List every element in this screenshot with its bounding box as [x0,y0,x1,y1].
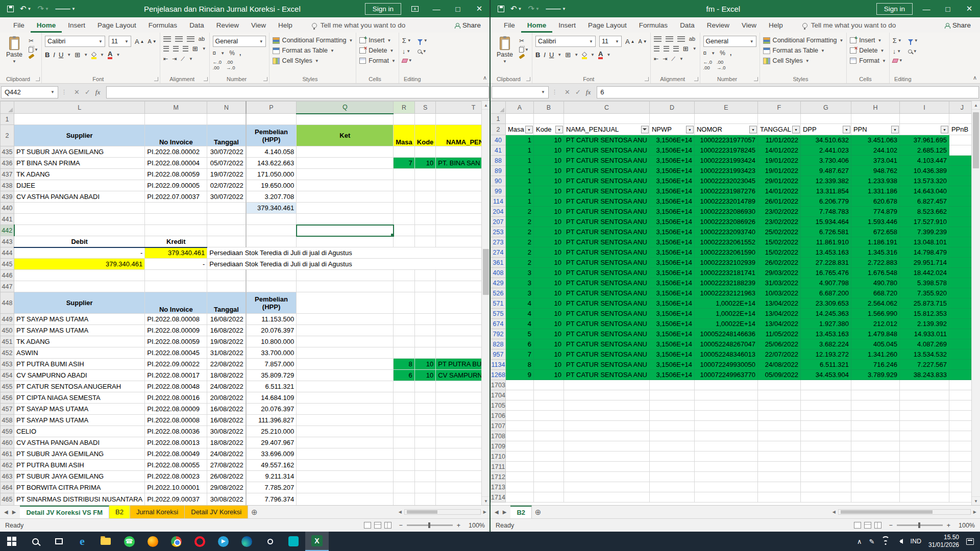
cell-hpp[interactable]: 7.785.207 [246,482,297,493]
cell-hpp[interactable]: 35.809.729 [246,370,297,381]
header-ppn[interactable]: PPN▼ [851,124,899,135]
cut-button[interactable]: ✂ [29,37,38,44]
header-debit[interactable]: Debit [14,236,145,247]
cell-tanggal[interactable]: 18/08/2022 [207,437,246,448]
maximize-button[interactable]: □ [447,0,469,17]
cell-invoice[interactable]: PI.2022.08.00016 [145,392,207,404]
column-header[interactable]: G [800,102,851,114]
cell-ket[interactable] [297,169,394,180]
copy-button[interactable]: ▼ [519,47,529,53]
cell-supplier[interactable]: CV ASTHA PANGAN ABADI [14,437,145,448]
decrease-decimal-button[interactable]: .00→.0 [717,59,725,70]
font-name-select[interactable]: Calibri▼ [45,36,105,47]
underline-dropdown[interactable]: ▼ [67,53,71,57]
cell-ppn[interactable]: 2.722.883 [851,258,899,268]
cell-tanggal[interactable]: 29/03/2022 [757,268,800,278]
cell-invoice[interactable]: PI.2022.07.00037 [145,191,207,203]
row-header-filtered[interactable]: 89 [491,166,506,176]
header-no-invoice[interactable]: No Invoice [145,292,207,314]
cell-nama-penjual[interactable]: PT CATUR SENTOSA ANU [564,268,650,278]
cell-npwp[interactable]: 3,1506E+14 [649,207,694,217]
cell-supplier[interactable]: PT SUBUR JAYA GEMILANG [14,448,145,460]
cell-masa[interactable] [394,381,415,392]
sheet-tab[interactable]: Detail JV Koreksi VS FM [20,506,109,518]
align-bottom-button[interactable] [187,36,194,42]
zoom-slider[interactable] [407,524,453,526]
underline-button[interactable]: U [59,51,63,59]
cell-hpp[interactable]: 143.622.663 [246,158,297,169]
cell-supplier[interactable]: TK ADANG [14,169,145,180]
cell-nama-penjual[interactable]: PT CATUR SENTOSA ANU [564,247,650,258]
maximize-button[interactable]: □ [937,0,959,17]
cell-npwp[interactable]: 3,1506E+14 [649,268,694,278]
cell-hpp[interactable]: 29.407.967 [246,437,297,448]
cell-tanggal[interactable]: 10/03/2022 [757,288,800,298]
title-bar[interactable]: ↶▼ ↷▼ ⸺▼ Penjelasan dan Rincian Jurnal K… [0,0,490,17]
cell-note[interactable]: Persediaan Stok Teredia di Juli di jual … [207,259,490,270]
cell-kode[interactable]: 10 [534,370,564,380]
column-header[interactable]: M [145,102,207,114]
cell-dpp[interactable]: 4.907.798 [800,278,851,288]
cell-kode[interactable]: 10 [534,268,564,278]
sheet-tab[interactable]: Jurnal Koreksi [130,506,185,518]
cell-invoice[interactable]: PI.2022.08.00036 [145,426,207,437]
cell-supplier[interactable]: PT SUBUR JAYA GEMILANG [14,471,145,482]
cell-dpp[interactable]: 13.453.163 [800,247,851,258]
cell-masa[interactable]: 1 [506,176,534,186]
row-header[interactable]: 436 [1,158,14,169]
prev-sheet-button[interactable]: ◀ [4,509,8,515]
row-header[interactable]: 463 [1,471,14,482]
cell-supplier[interactable]: PT SAYAP MAS UTAMA [14,325,145,336]
cell-nomor[interactable]: 100022232086930 [694,207,757,217]
header-kode[interactable]: Kode [414,125,436,146]
cell-kode[interactable]: 10 [534,227,564,237]
italic-button[interactable]: I [544,51,546,59]
row-header[interactable]: 437 [1,169,14,180]
cell-ppn[interactable]: 620.678 [851,196,899,207]
row-header[interactable]: 455 [1,381,14,392]
underline-dropdown[interactable]: ▼ [557,53,561,57]
cell-kode[interactable]: 10 [534,298,564,309]
cell-total[interactable]: 15.812.353 [899,309,949,319]
comma-button[interactable]: , [730,49,731,57]
save-button[interactable] [7,6,14,12]
taskbar-browser-2[interactable] [235,532,258,551]
header-ket[interactable]: Ket [297,125,394,146]
cell-kode[interactable]: 10 [534,207,564,217]
row-header-filtered[interactable]: 207 [491,217,506,227]
cell-tanggal[interactable]: 19/08/2022 [207,336,246,347]
sort-filter-button[interactable]: ▼ [908,37,918,44]
conditional-formatting-button[interactable]: Conditional Formatting▼ [273,37,353,44]
row-header[interactable]: 1704 [491,390,506,400]
cell-npwp[interactable]: 3,1506E+14 [649,156,694,166]
row-header-filtered[interactable]: 792 [491,329,506,339]
row-header[interactable]: 1714 [491,492,506,503]
merge-center-button[interactable]: ⊞ [683,45,689,53]
cell-masa[interactable]: 4 [506,309,534,319]
row-header-filtered[interactable]: 204 [491,207,506,217]
cell-hpp[interactable]: 9.211.314 [246,471,297,482]
cell-supplier[interactable]: CV SAMPURNO ABADI [14,370,145,381]
cell-nomor[interactable]: 100022232188239 [694,278,757,288]
cell-masa[interactable]: 6 [506,339,534,349]
row-header-filtered[interactable]: 674 [491,319,506,329]
zoom-in-button[interactable]: + [457,522,460,529]
cell-kode[interactable]: 10 [414,158,436,169]
cell-ket[interactable] [297,370,394,381]
cell-tanggal[interactable]: 19/01/2022 [757,166,800,176]
zoom-in-button[interactable]: + [947,522,950,529]
orientation-button[interactable]: ⟋ [181,56,185,62]
cell-masa[interactable]: 1 [506,186,534,196]
cell-masa[interactable]: 1 [506,166,534,176]
cell-tanggal[interactable]: 14/01/2022 [757,145,800,156]
row-header-filtered[interactable]: 571 [491,298,506,309]
tab-data[interactable]: Data [674,19,701,33]
cell-npwp[interactable]: 3,1506E+14 [649,329,694,339]
cell-tanggal[interactable]: 29/08/2022 [207,482,246,493]
cell-total[interactable]: 8.523.662 [899,207,949,217]
header-dpp[interactable]: DPP▼ [800,124,851,135]
cell-masa[interactable]: 6 [394,370,415,381]
filter-dropdown-icon[interactable]: ▼ [843,126,850,133]
taskbar-app[interactable] [282,532,305,551]
cell-tanggal[interactable]: 14/01/2022 [757,186,800,196]
